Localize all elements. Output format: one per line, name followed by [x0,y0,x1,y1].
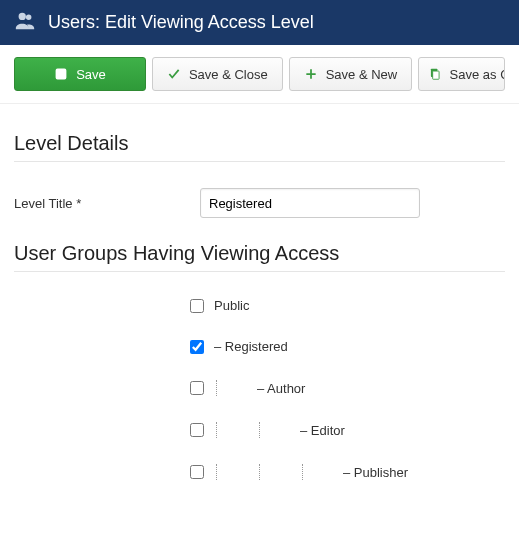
group-label: – Publisher [343,465,408,480]
plus-icon [304,67,318,81]
section-user-groups: User Groups Having Viewing Access [14,242,505,265]
group-checkbox[interactable] [190,423,204,437]
group-checkbox[interactable] [190,299,204,313]
users-icon [14,10,36,35]
tree-indent-icon [216,422,217,438]
group-row: – Publisher [190,464,505,480]
content: Level Details Level Title * User Groups … [0,104,519,520]
group-row: – Editor [190,422,505,438]
group-checkbox[interactable] [190,465,204,479]
svg-rect-2 [432,71,438,79]
save-button[interactable]: Save [14,57,146,91]
group-row: – Registered [190,339,505,354]
toolbar: Save Save & Close Save & New Save as C [0,45,519,104]
divider [14,161,505,162]
save-close-label: Save & Close [189,67,268,82]
save-copy-label: Save as C [450,67,505,82]
level-title-label: Level Title * [14,196,184,211]
group-label: Public [214,298,249,313]
group-row: Public [190,298,505,313]
tree-indent-icon [259,422,260,438]
save-copy-button[interactable]: Save as C [418,57,505,91]
tree-indent-icon [302,464,303,480]
group-checkbox[interactable] [190,381,204,395]
save-close-button[interactable]: Save & Close [152,57,283,91]
page-title: Users: Edit Viewing Access Level [48,12,314,33]
save-new-label: Save & New [326,67,398,82]
divider [14,271,505,272]
level-title-input[interactable] [200,188,420,218]
tree-indent-icon [216,380,217,396]
section-level-details: Level Details [14,132,505,155]
save-label: Save [76,67,106,82]
copy-icon [428,67,442,81]
page-header: Users: Edit Viewing Access Level [0,0,519,45]
field-level-title: Level Title * [14,188,505,218]
tree-indent-icon [216,464,217,480]
save-new-button[interactable]: Save & New [289,57,413,91]
group-label: – Editor [300,423,345,438]
group-checkbox[interactable] [190,340,204,354]
group-row: – Author [190,380,505,396]
group-label: – Registered [214,339,288,354]
check-icon [167,67,181,81]
user-groups-list: Public– Registered– Author– Editor– Publ… [190,298,505,480]
group-label: – Author [257,381,305,396]
apply-icon [54,67,68,81]
tree-indent-icon [259,464,260,480]
